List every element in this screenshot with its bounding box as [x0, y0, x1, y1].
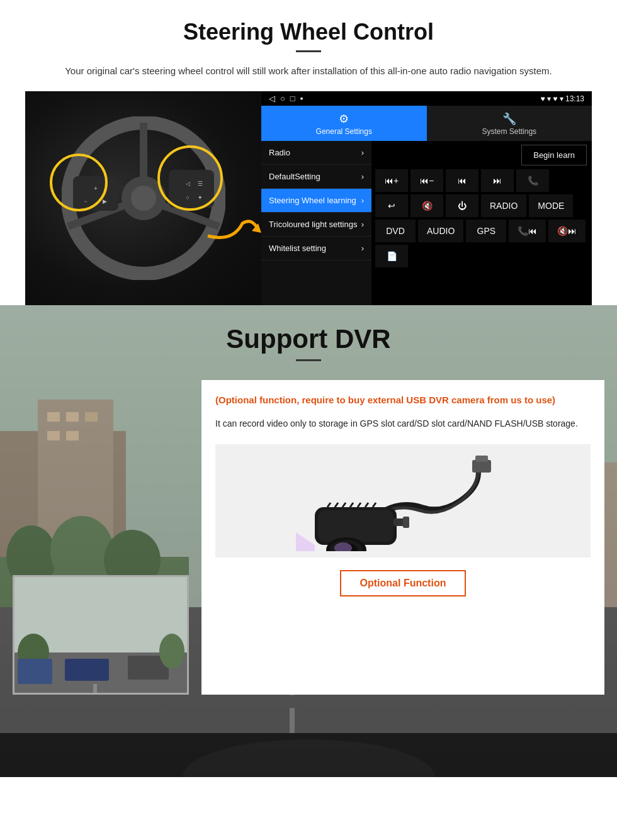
tab-system-settings[interactable]: 🔧 System Settings [427, 106, 592, 141]
menu-radio-label: Radio [269, 148, 290, 157]
dvr-section-title: Support DVR [0, 324, 617, 354]
general-settings-icon: ⚙ [266, 112, 422, 126]
call-prev-btn[interactable]: 📞⏮ [509, 220, 546, 242]
svg-marker-66 [296, 532, 315, 551]
chevron-right-icon-2: › [361, 172, 364, 181]
settings-tabs: ⚙ General Settings 🔧 System Settings [261, 106, 592, 141]
svg-line-60 [365, 503, 368, 507]
recent-icon[interactable]: □ [290, 94, 295, 103]
prev-btn[interactable]: ⏮ [446, 169, 478, 192]
svg-rect-68 [403, 517, 409, 528]
menu-item-default-setting[interactable]: DefaultSetting › [261, 165, 371, 189]
menu-item-tricoloured[interactable]: Tricoloured light settings › [261, 213, 371, 237]
android-menu: Radio › DefaultSetting › Steering Wheel … [261, 141, 592, 305]
preview-inner [14, 577, 187, 693]
svg-point-49 [159, 634, 184, 669]
gps-btn[interactable]: GPS [466, 220, 506, 242]
menu-tricoloured-label: Tricoloured light settings [269, 220, 357, 229]
steering-wheel-image: + − ▶ ◁ ☰ ○ ✦ [25, 91, 261, 305]
svg-point-15 [51, 155, 106, 210]
svg-line-57 [342, 503, 346, 507]
svg-rect-50 [18, 659, 52, 684]
doc-btn[interactable]: 📄 [375, 245, 408, 267]
svg-line-58 [350, 503, 353, 507]
svg-line-59 [358, 503, 361, 507]
dvr-content: (Optional function, require to buy exter… [0, 380, 617, 695]
menu-icon[interactable]: ▪ [300, 94, 303, 103]
android-ui-panel: ◁ ○ □ ▪ ♥ ▾ ♥ ▾ 13:13 ⚙ General Settings… [261, 91, 592, 305]
back-icon[interactable]: ◁ [269, 94, 275, 103]
statusbar-nav: ◁ ○ □ ▪ [269, 94, 303, 103]
mute-next-btn[interactable]: 🔇⏭ [548, 220, 586, 242]
home-icon[interactable]: ○ [280, 94, 285, 103]
svg-point-16 [159, 147, 222, 210]
chevron-right-icon: › [361, 148, 364, 157]
optional-function-button[interactable]: Optional Function [340, 570, 467, 596]
mode-btn[interactable]: MODE [529, 194, 573, 217]
next-btn[interactable]: ⏭ [481, 169, 514, 192]
menu-item-steering-learning[interactable]: Steering Wheel learning › [261, 189, 371, 213]
tab-general-settings[interactable]: ⚙ General Settings [261, 106, 427, 141]
statusbar-time: ♥ ▾ ♥ ▾ 13:13 [540, 94, 584, 103]
dvr-optional-text: (Optional function, require to buy exter… [215, 393, 591, 408]
call-btn[interactable]: 📞 [516, 169, 549, 192]
menu-default-label: DefaultSetting [269, 172, 320, 181]
chevron-right-icon-3: › [361, 196, 364, 205]
steering-section: Steering Wheel Control Your original car… [0, 0, 617, 305]
preview-svg [14, 577, 189, 695]
control-row-4: 📄 [375, 245, 588, 267]
menu-item-radio[interactable]: Radio › [261, 141, 371, 165]
svg-line-61 [373, 503, 376, 507]
dvd-btn[interactable]: DVD [375, 220, 416, 242]
begin-learn-button[interactable]: Begin learn [521, 145, 587, 165]
signal-icon: ♥ ▾ [540, 94, 553, 103]
camera-device-svg [296, 451, 510, 551]
chevron-right-icon-4: › [361, 220, 364, 229]
svg-rect-54 [318, 510, 393, 542]
audio-btn[interactable]: AUDIO [418, 220, 463, 242]
dvr-section: Support DVR [0, 305, 617, 777]
dvr-title-area: Support DVR [0, 305, 617, 361]
menu-item-whitelist[interactable]: Whitelist setting › [261, 237, 371, 260]
title-divider [296, 50, 321, 52]
control-row-1: ⏮+ ⏮− ⏮ ⏭ 📞 [375, 169, 588, 192]
control-buttons-grid: ⏮+ ⏮− ⏮ ⏭ 📞 ↩ 🔇 ⏻ RADIO MODE [371, 169, 592, 270]
radio-btn[interactable]: RADIO [481, 194, 526, 217]
control-row-2: ↩ 🔇 ⏻ RADIO MODE [375, 194, 588, 217]
wheel-visual: + − ▶ ◁ ☰ ○ ✦ [25, 91, 261, 305]
android-statusbar: ◁ ○ □ ▪ ♥ ▾ ♥ ▾ 13:13 [261, 91, 592, 106]
hang-btn[interactable]: ↩ [375, 194, 408, 217]
tab-general-label: General Settings [316, 127, 372, 136]
vol-up-btn[interactable]: ⏮+ [375, 169, 408, 192]
highlight-circles [25, 91, 261, 305]
steering-content-area: + − ▶ ◁ ☰ ○ ✦ [25, 91, 592, 305]
chevron-right-icon-5: › [361, 244, 364, 253]
menu-whitelist-label: Whitelist setting [269, 244, 326, 253]
tab-system-label: System Settings [482, 127, 536, 136]
svg-rect-52 [475, 456, 488, 462]
begin-learn-row: Begin learn [371, 141, 592, 169]
page-title: Steering Wheel Control [25, 19, 592, 45]
dvr-divider [296, 359, 321, 361]
section-subtitle: Your original car's steering wheel contr… [25, 64, 592, 79]
power-btn[interactable]: ⏻ [446, 194, 478, 217]
menu-steering-label: Steering Wheel learning [269, 196, 356, 205]
dvr-camera-image [215, 444, 591, 557]
svg-line-56 [335, 503, 338, 507]
control-row-3: DVD AUDIO GPS 📞⏮ 🔇⏭ [375, 220, 588, 242]
right-controls: Begin learn ⏮+ ⏮− ⏮ ⏭ 📞 [371, 141, 592, 305]
clock: ♥ ▾ 13:13 [553, 94, 584, 103]
svg-rect-45 [93, 684, 97, 695]
svg-rect-46 [65, 659, 109, 681]
svg-line-55 [327, 503, 331, 507]
dvr-preview-image [13, 575, 189, 695]
left-menu: Radio › DefaultSetting › Steering Wheel … [261, 141, 371, 305]
dvr-info-box: (Optional function, require to buy exter… [201, 380, 604, 695]
dvr-desc-text: It can record video only to storage in G… [215, 417, 591, 432]
vol-down-btn[interactable]: ⏮− [410, 169, 443, 192]
system-settings-icon: 🔧 [432, 112, 587, 126]
mute-btn[interactable]: 🔇 [410, 194, 443, 217]
